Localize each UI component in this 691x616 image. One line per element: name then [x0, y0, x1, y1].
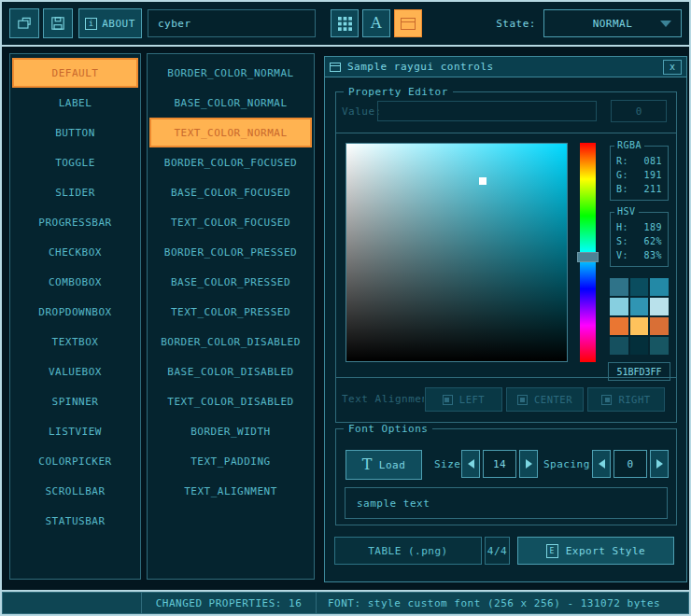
- property-item[interactable]: BORDER_COLOR_PRESSED: [148, 237, 314, 267]
- value-label: Value:: [342, 105, 382, 118]
- controls-item-listview[interactable]: LISTVIEW: [10, 416, 140, 446]
- color-swatch[interactable]: [650, 278, 669, 296]
- text-alignment-row: Text Alignmen LEFT CENTER RIGHT: [336, 387, 676, 413]
- state-dropdown[interactable]: NORMAL: [543, 9, 682, 37]
- controls-item-scrollbar[interactable]: SCROLLBAR: [10, 476, 140, 506]
- color-swatch[interactable]: [630, 298, 649, 315]
- value-button[interactable]: 0: [611, 100, 667, 122]
- color-swatch[interactable]: [610, 278, 628, 296]
- color-swatch[interactable]: [610, 298, 628, 315]
- sample-text-box[interactable]: sample text: [345, 487, 668, 519]
- property-item[interactable]: BORDER_COLOR_DISABLED: [148, 327, 314, 357]
- controls-item-valuebox[interactable]: VALUEBOX: [10, 357, 140, 386]
- controls-item-progressbar[interactable]: PROGRESSBAR: [10, 207, 140, 237]
- s-value: 62%: [643, 234, 662, 248]
- triangle-right-icon: [526, 459, 532, 469]
- color-swatch[interactable]: [610, 317, 628, 335]
- property-item[interactable]: TEXT_ALIGNMENT: [148, 476, 314, 506]
- size-value[interactable]: 14: [483, 450, 516, 478]
- controls-item-button[interactable]: BUTTON: [10, 118, 140, 147]
- export-style-button[interactable]: E Export Style: [517, 537, 674, 565]
- v-value: 83%: [643, 248, 662, 262]
- color-swatch[interactable]: [610, 337, 628, 355]
- controls-item-statusbar[interactable]: STATUSBAR: [10, 506, 140, 536]
- color-swatch[interactable]: [630, 337, 649, 355]
- property-item[interactable]: TEXT_COLOR_DISABLED: [148, 386, 314, 416]
- color-swatch[interactable]: [650, 337, 669, 355]
- status-changed-properties: CHANGED PROPERTIES: 16: [142, 592, 317, 614]
- export-icon: E: [546, 544, 558, 558]
- save-style-button[interactable]: [43, 8, 73, 38]
- open-style-button[interactable]: [9, 8, 39, 38]
- table-export-button[interactable]: TABLE (.png): [334, 537, 482, 565]
- controls-item-slider[interactable]: SLIDER: [10, 177, 140, 207]
- property-item[interactable]: TEXT_COLOR_FOCUSED: [148, 207, 314, 237]
- align-center-button[interactable]: CENTER: [506, 387, 584, 412]
- property-item[interactable]: BASE_COLOR_FOCUSED: [148, 177, 314, 207]
- controls-item-toggle[interactable]: TOGGLE: [10, 147, 140, 177]
- spacing-increase-button[interactable]: [650, 450, 669, 478]
- font-load-button[interactable]: T Load: [346, 450, 422, 480]
- close-button[interactable]: x: [663, 60, 682, 75]
- hex-value-box[interactable]: 51BFD3FF: [608, 362, 670, 381]
- property-item[interactable]: BASE_COLOR_NORMAL: [148, 88, 314, 118]
- property-item[interactable]: BORDER_COLOR_NORMAL: [148, 58, 314, 88]
- align-right-button[interactable]: RIGHT: [587, 387, 665, 412]
- triangle-left-icon: [468, 459, 474, 469]
- color-saturation-panel[interactable]: [346, 143, 568, 362]
- color-swatch[interactable]: [650, 317, 669, 335]
- color-swatch[interactable]: [650, 298, 669, 315]
- font-test-button[interactable]: A: [362, 9, 390, 37]
- font-load-label: Load: [379, 459, 406, 471]
- controls-item-colorpicker[interactable]: COLORPICKER: [10, 446, 140, 476]
- controls-item-spinner[interactable]: SPINNER: [10, 386, 140, 416]
- property-item[interactable]: BASE_COLOR_PRESSED: [148, 267, 314, 297]
- align-left-button[interactable]: LEFT: [425, 387, 502, 412]
- controls-item-checkbox[interactable]: CHECKBOX: [10, 237, 140, 267]
- property-item[interactable]: BORDER_WIDTH: [148, 416, 314, 446]
- property-item[interactable]: TEXT_COLOR_PRESSED: [148, 297, 314, 327]
- controls-item-combobox[interactable]: COMBOBOX: [10, 267, 140, 297]
- window-icon: [330, 63, 341, 72]
- font-options-label: Font Options: [344, 423, 432, 435]
- style-name-input[interactable]: [148, 9, 316, 37]
- hue-slider[interactable]: [580, 143, 596, 362]
- status-font-info: FONT: style custom font (256 x 256) - 13…: [317, 592, 689, 614]
- property-item[interactable]: BASE_COLOR_DISABLED: [148, 357, 314, 386]
- color-values-column: RGBA R:081 G:191 B:211 HSV H:189 S:62% V…: [610, 146, 669, 381]
- hue-slider-handle[interactable]: [577, 252, 599, 262]
- controls-item-label[interactable]: LABEL: [10, 88, 140, 118]
- controls-item-textbox[interactable]: TEXTBOX: [10, 327, 140, 357]
- rgba-label: RGBA: [614, 140, 644, 150]
- controls-item-dropdownbox[interactable]: DROPDOWNBOX: [10, 297, 140, 327]
- floppy-save-icon: [49, 15, 66, 32]
- grid-icon: [338, 17, 352, 31]
- triangle-left-icon: [599, 459, 605, 469]
- font-atlas-button[interactable]: [331, 9, 359, 37]
- color-cursor[interactable]: [479, 177, 487, 185]
- controls-item-default[interactable]: DEFAULT: [12, 58, 138, 88]
- size-increase-button[interactable]: [519, 450, 538, 478]
- property-item[interactable]: TEXT_PADDING: [148, 446, 314, 476]
- size-decrease-button[interactable]: [461, 450, 480, 478]
- window-icon: [401, 18, 416, 30]
- about-button[interactable]: i ABOUT: [78, 8, 142, 38]
- value-input[interactable]: [377, 101, 597, 121]
- property-item[interactable]: BORDER_COLOR_FOCUSED: [148, 147, 314, 177]
- folder-open-icon: [16, 15, 33, 32]
- controls-preview-button[interactable]: [394, 9, 422, 37]
- color-swatch[interactable]: [630, 278, 649, 296]
- color-picker-box: RGBA R:081 G:191 B:211 HSV H:189 S:62% V…: [335, 133, 677, 378]
- about-button-label: ABOUT: [102, 18, 135, 30]
- color-swatch[interactable]: [630, 317, 649, 335]
- triangle-right-icon: [656, 459, 663, 469]
- r-label: R:: [616, 154, 628, 168]
- controls-list: DEFAULT LABEL BUTTON TOGGLE SLIDER PROGR…: [9, 53, 141, 580]
- property-item-selected[interactable]: TEXT_COLOR_NORMAL: [149, 118, 312, 147]
- spacing-value[interactable]: 0: [613, 450, 647, 478]
- toolbar: i ABOUT A State: NORMAL: [2, 2, 689, 47]
- text-alignment-label: Text Alignmen: [342, 393, 424, 405]
- spacing-decrease-button[interactable]: [592, 450, 611, 478]
- content-area: DEFAULT LABEL BUTTON TOGGLE SLIDER PROGR…: [2, 47, 689, 590]
- sample-window: Sample raygui controls x Property Editor…: [324, 56, 687, 582]
